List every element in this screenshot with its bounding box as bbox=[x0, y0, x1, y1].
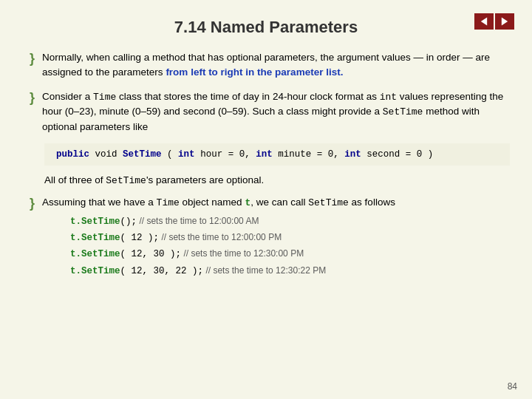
slide: 7.14 Named Parameters } Normally, when c… bbox=[0, 0, 532, 399]
t-settime-4: t.SetTime bbox=[70, 266, 120, 276]
svg-marker-0 bbox=[481, 17, 487, 25]
bullet-text-2: Consider a Time class that stores the ti… bbox=[42, 89, 510, 134]
code-params: ( bbox=[167, 149, 178, 160]
all-three-text: All of three of SetTime's parameters are… bbox=[44, 173, 510, 188]
code-examples-list: t.SetTime(); // sets the time to 12:00:0… bbox=[70, 214, 510, 279]
int-type-ref: int bbox=[380, 92, 397, 103]
nav-arrows bbox=[474, 13, 514, 30]
param-minute: minute = 0, bbox=[278, 149, 344, 160]
code-example-4: t.SetTime( 12, 30, 22 ); // sets the tim… bbox=[70, 263, 510, 279]
t-settime-2: t.SetTime bbox=[70, 233, 120, 243]
bullet-arrow-3: } bbox=[30, 196, 35, 211]
int-keyword-1: int bbox=[178, 149, 195, 160]
code-example-2: t.SetTime( 12 ); // sets the time to 12:… bbox=[70, 230, 510, 246]
bullet-text-1: Normally, when calling a method that has… bbox=[42, 50, 510, 81]
args-4: ( 12, 30, 22 ); bbox=[120, 266, 204, 276]
nav-back-button[interactable] bbox=[474, 13, 494, 30]
keyword-public: public bbox=[56, 149, 89, 160]
param-second: second = 0 ) bbox=[366, 149, 433, 160]
args-3: ( 12, 30 ); bbox=[120, 249, 182, 259]
settime-method-ref: SetTime bbox=[383, 106, 423, 117]
keyword-void: void bbox=[95, 149, 123, 160]
bullet-text-3: Assuming that we have a Time object name… bbox=[42, 195, 510, 279]
bullet-arrow-2: } bbox=[30, 90, 35, 106]
highlight-left-to-right: from left to right in the parameter list… bbox=[166, 66, 343, 78]
comment-2: // sets the time to 12:00:00 PM bbox=[159, 232, 282, 242]
page-title: 7.14 Named Parameters bbox=[22, 18, 510, 37]
args-1: (); bbox=[120, 216, 137, 227]
svg-marker-1 bbox=[502, 17, 508, 25]
t-settime-3: t.SetTime bbox=[70, 249, 120, 259]
settime-fn-name: SetTime bbox=[123, 149, 162, 160]
int-keyword-2: int bbox=[256, 149, 273, 160]
args-2: ( 12 ); bbox=[120, 233, 160, 243]
comment-1: // sets the time to 12:00:00 AM bbox=[137, 216, 259, 226]
bullet-item-1: } Normally, when calling a method that h… bbox=[30, 50, 510, 81]
comment-3: // sets the time to 12:30:00 PM bbox=[181, 248, 304, 259]
int-keyword-3: int bbox=[344, 149, 361, 160]
bullet-item-2: } Consider a Time class that stores the … bbox=[30, 89, 510, 134]
param-hour: hour = 0, bbox=[200, 149, 256, 160]
code-example-3: t.SetTime( 12, 30 ); // sets the time to… bbox=[70, 246, 510, 262]
code-example-1: t.SetTime(); // sets the time to 12:00:0… bbox=[70, 214, 510, 230]
comment-4: // sets the time to 12:30:22 PM bbox=[203, 265, 326, 276]
page-number: 84 bbox=[508, 381, 517, 392]
bullet-item-3: } Assuming that we have a Time object na… bbox=[30, 195, 510, 279]
t-variable-ref: t bbox=[245, 197, 250, 208]
settime-ref-inline: SetTime bbox=[106, 175, 146, 186]
bullet-arrow-1: } bbox=[30, 51, 35, 66]
time-class-ref: Time bbox=[93, 92, 116, 103]
nav-forward-button[interactable] bbox=[495, 13, 514, 30]
content-area: } Normally, when calling a method that h… bbox=[22, 50, 510, 279]
t-settime-1: t.SetTime bbox=[70, 216, 120, 227]
time-obj-ref: Time bbox=[157, 197, 180, 208]
settime-call-ref: SetTime bbox=[308, 197, 349, 208]
code-block-signature: public void SetTime ( int hour = 0, int … bbox=[44, 143, 510, 166]
